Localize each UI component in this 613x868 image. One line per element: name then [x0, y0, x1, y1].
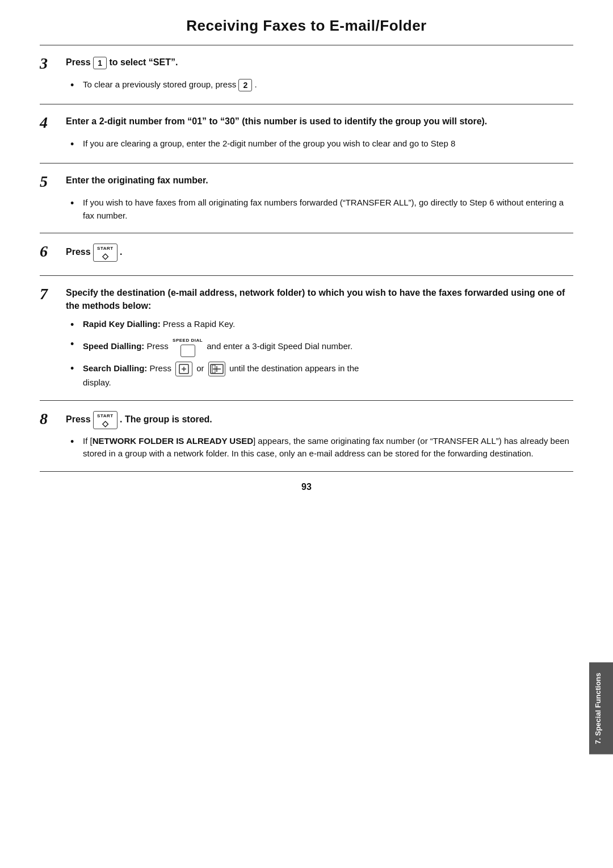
start-key-8: START ◇ [93, 411, 117, 429]
step-3-number: 3 [40, 54, 61, 73]
step-7: 7 Specify the destination (e-mail addres… [40, 276, 573, 400]
step-3-bullets: • To clear a previously stored group, pr… [70, 78, 573, 93]
step-3-text: Press 1 to select “SET”. [66, 56, 573, 69]
step-3-bullet-1-text: To clear a previously stored group, pres… [83, 78, 573, 91]
search-key-1 [175, 362, 192, 376]
bullet-dot: • [70, 337, 83, 352]
step-7-rapid-text: Rapid Key Dialling: Press a Rapid Key. [83, 318, 573, 331]
speed-dial-text-label: SPEED DIAL [173, 337, 203, 344]
step-6-suffix: . [120, 247, 122, 257]
step-7-header: 7 Specify the destination (e-mail addres… [40, 286, 573, 312]
step-6: 6 Press START ◇ . [40, 233, 573, 275]
start-label-8: START [97, 413, 114, 420]
step-4-bullet-1: • If you are clearing a group, enter the… [70, 137, 573, 152]
rapid-key-label: Rapid Key Dialling: [83, 319, 161, 329]
step-8: 8 Press START ◇ . The group is stored. •… [40, 401, 573, 471]
key-1: 1 [93, 57, 107, 69]
step-4-bullets: • If you are clearing a group, enter the… [70, 137, 573, 152]
step-4-header: 4 Enter a 2-digit number from “01” to “3… [40, 115, 573, 132]
step-4-text: Enter a 2-digit number from “01” to “30”… [66, 115, 573, 128]
search-key-2 [208, 362, 225, 376]
page-container: Receiving Faxes to E-mail/Folder 3 Press… [0, 0, 613, 868]
network-folder-warning: NETWORK FOLDER IS ALREADY USED [93, 436, 253, 446]
step-3: 3 Press 1 to select “SET”. • To clear a … [40, 45, 573, 104]
step-5-bullets: • If you wish to have faxes from all ori… [70, 196, 573, 222]
step-5-bullet-1: • If you wish to have faxes from all ori… [70, 196, 573, 222]
bullet-dot: • [70, 78, 83, 93]
step-8-bullets: • If [NETWORK FOLDER IS ALREADY USED] ap… [70, 435, 573, 460]
page-title: Receiving Faxes to E-mail/Folder [0, 0, 613, 45]
step-7-speed-text: Speed Dialling: Press SPEED DIAL and ent… [83, 337, 573, 357]
step-8-number: 8 [40, 410, 61, 428]
step-7-bullet-search: • Search Dialling: Press or [70, 362, 573, 389]
page-number: 93 [0, 472, 613, 498]
search-dial-label: Search Dialling: [83, 363, 147, 373]
step-4-bullet-1-text: If you are clearing a group, enter the 2… [83, 137, 573, 150]
speed-dial-key-container: SPEED DIAL [173, 337, 203, 357]
start-diamond: ◇ [102, 252, 108, 260]
step-7-text: Specify the destination (e-mail address,… [66, 286, 573, 312]
bullet-dot: • [70, 317, 83, 333]
step-8-suffix: . The group is stored. [120, 414, 212, 424]
step-6-text: Press START ◇ . [66, 244, 573, 262]
step-8-bullet-1: • If [NETWORK FOLDER IS ALREADY USED] ap… [70, 435, 573, 460]
step-7-search-text: Search Dialling: Press or [83, 362, 573, 389]
step-4: 4 Enter a 2-digit number from “01” to “3… [40, 104, 573, 163]
start-key-6: START ◇ [93, 244, 117, 262]
step-7-bullets: • Rapid Key Dialling: Press a Rapid Key.… [70, 318, 573, 389]
step-5-number: 5 [40, 173, 61, 191]
step-7-number: 7 [40, 285, 61, 303]
step-5-text: Enter the originating fax number. [66, 174, 573, 187]
step-8-text: Press START ◇ . The group is stored. [66, 411, 573, 429]
step-4-number: 4 [40, 114, 61, 132]
search-key-2-icon [210, 363, 224, 375]
step-8-press-label: Press [66, 414, 93, 424]
sidebar-tab: 7. Special Functions [589, 662, 613, 754]
start-label: START [97, 245, 114, 252]
sidebar-tab-label: 7. Special Functions [594, 673, 602, 744]
step-6-press-label: Press [66, 247, 93, 257]
step-8-bullet-1-text: If [NETWORK FOLDER IS ALREADY USED] appe… [83, 435, 573, 460]
bullet-dot: • [70, 196, 83, 211]
content-area: 3 Press 1 to select “SET”. • To clear a … [0, 45, 613, 472]
bullet-dot: • [70, 137, 83, 152]
step-3-bullet-1: • To clear a previously stored group, pr… [70, 78, 573, 93]
speed-dial-label: Speed Dialling: [83, 342, 144, 351]
step-3-header: 3 Press 1 to select “SET”. [40, 56, 573, 73]
step-8-header: 8 Press START ◇ . The group is stored. [40, 411, 573, 429]
bullet-dot: • [70, 361, 83, 376]
bullet-dot: • [70, 434, 83, 450]
search-key-1-icon [178, 363, 190, 375]
step-7-bullet-speed: • Speed Dialling: Press SPEED DIAL and e… [70, 337, 573, 357]
key-2: 2 [238, 79, 252, 91]
step-6-number: 6 [40, 242, 61, 261]
step-6-header: 6 Press START ◇ . [40, 244, 573, 262]
step-5-bullet-1-text: If you wish to have faxes from all origi… [83, 196, 573, 222]
step-5: 5 Enter the originating fax number. • If… [40, 163, 573, 233]
speed-dial-key-box [180, 345, 195, 357]
start-diamond-8: ◇ [102, 420, 108, 427]
step-5-header: 5 Enter the originating fax number. [40, 174, 573, 191]
step-7-bullet-rapid: • Rapid Key Dialling: Press a Rapid Key. [70, 318, 573, 333]
